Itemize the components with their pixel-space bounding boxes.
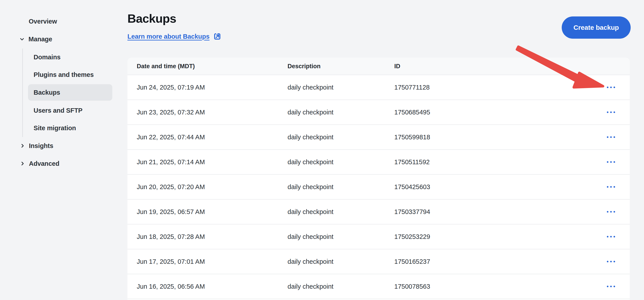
sidebar: Overview Manage Domains Plugins and them… xyxy=(0,0,128,300)
ellipsis-icon xyxy=(607,87,608,88)
row-actions-button[interactable] xyxy=(605,134,617,140)
backups-page: Overview Manage Domains Plugins and them… xyxy=(0,0,644,300)
sidebar-item-label: Manage xyxy=(28,35,52,43)
cell-id: 1750511592 xyxy=(394,158,430,166)
cell-datetime: Jun 24, 2025, 07:19 AM xyxy=(137,84,205,91)
sidebar-item-backups[interactable]: Backups xyxy=(28,84,112,101)
table-row: Jun 23, 2025, 07:32 AM daily checkpoint … xyxy=(128,100,630,125)
cell-description: daily checkpoint xyxy=(288,233,333,241)
table-row: Jun 16, 2025, 06:56 AM daily checkpoint … xyxy=(128,274,630,299)
cell-description: daily checkpoint xyxy=(288,208,333,216)
create-backup-label: Create backup xyxy=(574,24,619,31)
external-link-icon xyxy=(213,32,222,41)
ellipsis-icon xyxy=(607,211,608,213)
sidebar-item-domains[interactable]: Domains xyxy=(34,53,60,61)
cell-id: 1750685495 xyxy=(394,109,430,116)
cell-description: daily checkpoint xyxy=(288,134,333,141)
table-row: Jun 19, 2025, 06:57 AM daily checkpoint … xyxy=(128,200,630,225)
ellipsis-icon xyxy=(607,186,608,188)
chevron-right-icon xyxy=(20,161,25,166)
cell-datetime: Jun 20, 2025, 07:20 AM xyxy=(137,183,205,191)
row-actions-button[interactable] xyxy=(605,184,617,190)
sidebar-item-manage[interactable]: Manage xyxy=(19,35,52,43)
sidebar-item-label: Backups xyxy=(34,89,60,96)
sidebar-item-label: Overview xyxy=(29,18,57,25)
sidebar-item-label: Advanced xyxy=(29,160,59,167)
cell-datetime: Jun 16, 2025, 06:56 AM xyxy=(137,283,205,290)
cell-id: 1750771128 xyxy=(394,84,430,91)
row-actions-button[interactable] xyxy=(605,109,617,115)
cell-datetime: Jun 21, 2025, 07:14 AM xyxy=(137,158,205,166)
column-header-datetime: Date and time (MDT) xyxy=(137,63,195,69)
table-row: Jun 20, 2025, 07:20 AM daily checkpoint … xyxy=(128,175,630,200)
ellipsis-icon xyxy=(607,236,608,238)
cell-id: 1750078563 xyxy=(394,283,430,290)
cell-datetime: Jun 22, 2025, 07:44 AM xyxy=(137,134,205,141)
cell-id: 1750253229 xyxy=(394,233,430,241)
cell-description: daily checkpoint xyxy=(288,84,333,91)
table-row: Jun 22, 2025, 07:44 AM daily checkpoint … xyxy=(128,125,630,150)
row-actions-button[interactable] xyxy=(605,234,617,240)
row-actions-button[interactable] xyxy=(605,159,617,165)
sidebar-item-label: Plugins and themes xyxy=(34,71,94,78)
cell-id: 1750599818 xyxy=(394,134,430,141)
create-backup-button[interactable]: Create backup xyxy=(562,16,631,39)
sidebar-item-label: Site migration xyxy=(34,124,76,132)
cell-description: daily checkpoint xyxy=(288,258,333,265)
page-title: Backups xyxy=(128,11,176,25)
table-header-row: Date and time (MDT) Description ID xyxy=(128,57,630,75)
table-row: Jun 24, 2025, 07:19 AM daily checkpoint … xyxy=(128,75,630,100)
chevron-down-icon xyxy=(19,36,25,42)
sidebar-item-site-migration[interactable]: Site migration xyxy=(34,124,76,132)
cell-datetime: Jun 19, 2025, 06:57 AM xyxy=(137,208,205,216)
row-actions-button[interactable] xyxy=(605,259,617,265)
cell-id: 1750425603 xyxy=(394,183,430,191)
chevron-right-icon xyxy=(20,143,25,149)
sidebar-item-label: Users and SFTP xyxy=(34,107,82,114)
table-row: Jun 18, 2025, 07:28 AM daily checkpoint … xyxy=(128,225,630,249)
column-header-description: Description xyxy=(288,63,321,69)
sidebar-item-users-and-sftp[interactable]: Users and SFTP xyxy=(34,106,82,115)
table-row: Jun 17, 2025, 07:01 AM daily checkpoint … xyxy=(128,249,630,274)
column-header-id: ID xyxy=(394,63,400,69)
cell-description: daily checkpoint xyxy=(288,183,333,191)
row-actions-button[interactable] xyxy=(605,84,617,90)
ellipsis-icon xyxy=(607,136,608,138)
ellipsis-icon xyxy=(607,261,608,263)
sidebar-item-advanced[interactable]: Advanced xyxy=(20,159,59,168)
sidebar-item-label: Insights xyxy=(29,142,53,150)
sidebar-submenu-rule xyxy=(22,48,23,137)
learn-more-link[interactable]: Learn more about Backups xyxy=(128,32,222,41)
ellipsis-icon xyxy=(607,286,608,287)
cell-id: 1750165237 xyxy=(394,258,430,265)
cell-datetime: Jun 17, 2025, 07:01 AM xyxy=(137,258,205,265)
row-actions-button[interactable] xyxy=(605,284,617,290)
learn-more-label: Learn more about Backups xyxy=(128,33,210,40)
table-row: Jun 21, 2025, 07:14 AM daily checkpoint … xyxy=(128,150,630,175)
sidebar-item-overview[interactable]: Overview xyxy=(29,17,57,26)
sidebar-item-plugins-and-themes[interactable]: Plugins and themes xyxy=(34,70,94,79)
sidebar-item-label: Domains xyxy=(34,53,60,61)
ellipsis-icon xyxy=(607,161,608,163)
backups-table: Date and time (MDT) Description ID Jun 2… xyxy=(128,57,630,300)
sidebar-item-insights[interactable]: Insights xyxy=(20,141,53,150)
cell-description: daily checkpoint xyxy=(288,283,333,290)
ellipsis-icon xyxy=(607,112,608,113)
cell-description: daily checkpoint xyxy=(288,158,333,166)
cell-datetime: Jun 18, 2025, 07:28 AM xyxy=(137,233,205,241)
cell-description: daily checkpoint xyxy=(288,109,333,116)
cell-datetime: Jun 23, 2025, 07:32 AM xyxy=(137,109,205,116)
cell-id: 1750337794 xyxy=(394,208,430,216)
row-actions-button[interactable] xyxy=(605,209,617,215)
